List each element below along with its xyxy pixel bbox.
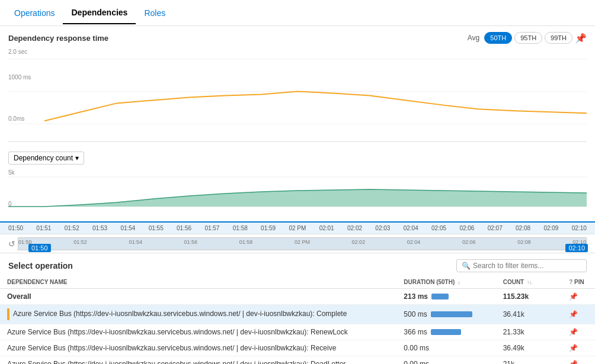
pin-icon[interactable]: 📌: [569, 292, 578, 301]
th-count-label: COUNT: [503, 279, 524, 285]
pin-icon[interactable]: 📌: [569, 328, 578, 336]
cell-count: 21.33k: [496, 324, 562, 340]
tick-2: 01:52: [65, 225, 79, 231]
duration-bar: [431, 294, 449, 299]
orange-indicator: [7, 308, 9, 320]
table-row[interactable]: Overall 213 ms 115.23k📌: [0, 289, 595, 305]
search-box[interactable]: 🔍: [456, 259, 587, 272]
duration-bar: [431, 329, 461, 335]
select-op-title: Select operation: [8, 261, 73, 270]
dep-name-text: Azure Service Bus (https://dev-i-iuosnlb…: [7, 360, 346, 364]
cell-duration: 0.00 ms: [396, 340, 495, 356]
cell-pin[interactable]: 📌: [562, 356, 595, 365]
tick-5: 01:55: [149, 225, 164, 231]
count-value: 36.41k: [503, 310, 524, 318]
table-header-row: DEPENDENCY NAME DURATION (50TH) ↓ COUNT …: [0, 276, 595, 289]
duration-cell-inner: 366 ms: [404, 328, 488, 336]
duration-cell-inner: 0.00 ms: [404, 360, 488, 364]
cell-pin[interactable]: 📌: [562, 324, 595, 340]
tick-7: 01:57: [204, 225, 219, 231]
dropdown-label: Dependency count: [14, 154, 73, 162]
minimap-section[interactable]: ↺ 01:50 01:52 01:54 01:56 01:58 02 PM 02…: [0, 234, 595, 253]
tick-19: 02:09: [543, 225, 558, 231]
dependency-count-dropdown[interactable]: Dependency count ▾: [8, 152, 84, 165]
tab-bar: Operations Dependencies Roles: [0, 0, 595, 26]
th-duration-label: DURATION (50TH): [404, 279, 455, 285]
table-row[interactable]: Azure Service Bus (https://dev-i-iuosnlb…: [0, 356, 595, 365]
operations-table: DEPENDENCY NAME DURATION (50TH) ↓ COUNT …: [0, 276, 595, 364]
dep-name-text: Azure Service Bus (https://dev-i-iuosnlb…: [7, 328, 348, 336]
pin-button[interactable]: 📌: [575, 33, 587, 44]
cell-pin[interactable]: 📌: [562, 305, 595, 324]
cell-duration: 213 ms: [396, 289, 495, 305]
range-labels: 01:50 02:10: [28, 244, 588, 252]
y-label-1000ms: 1000 ms: [8, 74, 31, 80]
pin-icon[interactable]: 📌: [569, 360, 578, 364]
tick-0: 01:50: [8, 225, 23, 231]
duration-bar: [431, 311, 472, 317]
tick-3: 01:53: [92, 225, 107, 231]
cell-count: 115.23k: [496, 289, 562, 305]
cell-count: 21k: [496, 356, 562, 365]
cell-dep-name: Azure Service Bus (https://dev-i-iuosnlb…: [0, 305, 396, 324]
duration-cell-inner: 500 ms: [404, 310, 488, 318]
tick-18: 02:08: [516, 225, 530, 231]
count-value: 21.33k: [503, 328, 524, 336]
duration-value: 213 ms: [404, 292, 428, 301]
tick-4: 01:54: [120, 225, 135, 231]
orange-line-svg: [8, 47, 587, 141]
range-end-label: 02:10: [565, 244, 588, 252]
tick-15: 02:05: [431, 225, 446, 231]
pin-icon[interactable]: 📌: [569, 344, 578, 352]
sort-count-icon: ↑↓: [527, 279, 532, 285]
th-dependency-name: DEPENDENCY NAME: [0, 276, 396, 289]
refresh-icon[interactable]: ↺: [8, 239, 15, 249]
tab-operations[interactable]: Operations: [6, 2, 63, 24]
cell-dep-name: Azure Service Bus (https://dev-i-iuosnlb…: [0, 324, 396, 340]
cell-duration: 366 ms: [396, 324, 495, 340]
avg-label: Avg: [468, 34, 479, 42]
search-input[interactable]: [473, 262, 581, 270]
cell-pin[interactable]: 📌: [562, 289, 595, 305]
cell-pin[interactable]: 📌: [562, 340, 595, 356]
pct-50-button[interactable]: 50TH: [484, 32, 512, 44]
response-time-section: Dependency response time Avg 50TH 95TH 9…: [0, 26, 595, 148]
th-duration[interactable]: DURATION (50TH) ↓: [396, 276, 495, 289]
dep-name-text: Azure Service Bus (https://dev-i-iuosnlb…: [7, 344, 336, 352]
count-value: 21k: [503, 360, 514, 364]
dep-name-text: Azure Service Bus (https://dev-i-iuosnlb…: [13, 310, 347, 318]
timeline-section[interactable]: 01:50 01:51 01:52 01:53 01:54 01:55 01:5…: [0, 221, 595, 234]
dropdown-section: Dependency count ▾: [0, 148, 595, 168]
tab-roles[interactable]: Roles: [136, 2, 174, 24]
sort-duration-icon: ↓: [458, 279, 460, 285]
table-row[interactable]: Azure Service Bus (https://dev-i-iuosnlb…: [0, 305, 595, 324]
tick-13: 02:03: [375, 225, 390, 231]
tab-dependencies[interactable]: Dependencies: [63, 2, 136, 24]
cell-dep-name: Azure Service Bus (https://dev-i-iuosnlb…: [0, 340, 396, 356]
dep-name-text: Overall: [7, 292, 31, 301]
response-time-chart-area: 2.0 sec 1000 ms 0.0ms: [8, 47, 587, 142]
table-row[interactable]: Azure Service Bus (https://dev-i-iuosnlb…: [0, 340, 595, 356]
tick-20: 02:10: [572, 225, 587, 231]
table-row[interactable]: Azure Service Bus (https://dev-i-iuosnlb…: [0, 324, 595, 340]
tick-1: 01:51: [36, 225, 51, 231]
range-start-label: 01:50: [28, 244, 51, 252]
duration-value: 500 ms: [404, 310, 427, 318]
cell-duration: 0.00 ms: [396, 356, 495, 365]
cell-duration: 500 ms: [396, 305, 495, 324]
y-label-2sec: 2.0 sec: [8, 49, 27, 55]
pct-95-button[interactable]: 95TH: [514, 32, 542, 44]
search-icon: 🔍: [462, 262, 471, 270]
duration-value: 366 ms: [404, 328, 427, 336]
duration-value: 0.00 ms: [404, 360, 429, 364]
count-chart-section: 5k 0: [0, 168, 595, 221]
select-operation-header: Select operation 🔍: [0, 253, 595, 276]
chart-header: Dependency response time Avg 50TH 95TH 9…: [8, 32, 587, 44]
th-count[interactable]: COUNT ↑↓: [496, 276, 562, 289]
pin-icon[interactable]: 📌: [569, 310, 578, 318]
pct-99-button[interactable]: 99TH: [545, 32, 572, 44]
table-container: DEPENDENCY NAME DURATION (50TH) ↓ COUNT …: [0, 276, 595, 364]
duration-cell-inner: 213 ms: [404, 292, 488, 301]
tick-11: 02:01: [319, 225, 334, 231]
count-value: 36.49k: [503, 344, 524, 352]
